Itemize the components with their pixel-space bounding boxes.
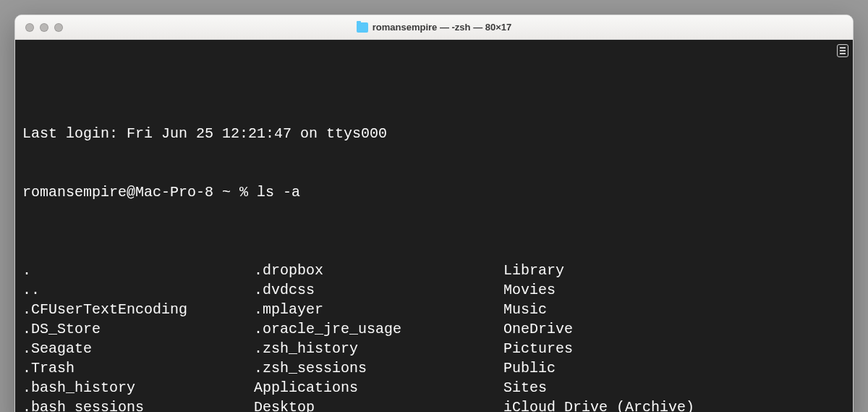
list-item: Sites (503, 378, 846, 398)
scroll-indicator-icon[interactable] (837, 44, 848, 57)
list-item: .CFUserTextEncoding (22, 300, 254, 319)
list-item: .dropbox (254, 261, 503, 280)
title-group: romansempire — -zsh — 80×17 (15, 22, 853, 33)
titlebar[interactable]: romansempire — -zsh — 80×17 (15, 15, 853, 40)
list-item: Applications (254, 378, 503, 398)
list-item: .. (22, 280, 254, 300)
minimize-button[interactable] (40, 23, 48, 32)
list-item: Library (503, 261, 846, 280)
close-button[interactable] (25, 23, 34, 32)
traffic-lights (15, 23, 63, 32)
prompt-text: romansempire@Mac-Pro-8 ~ % (22, 184, 257, 201)
list-item: Pictures (503, 339, 846, 358)
terminal-window: romansempire — -zsh — 80×17 Last login: … (14, 14, 854, 412)
list-item: .zsh_sessions (254, 358, 503, 378)
list-item: Desktop (254, 398, 503, 412)
list-item: Movies (503, 280, 846, 300)
prompt-line-1: romansempire@Mac-Pro-8 ~ % ls -a (22, 182, 846, 202)
list-item: .bash_sessions (22, 398, 254, 412)
list-item: iCloud Drive (Archive) (503, 398, 846, 412)
ls-output: ..dropboxLibrary ...dvdcssMovies .CFUser… (22, 261, 846, 412)
list-item: . (22, 261, 254, 280)
list-item: .zsh_history (254, 339, 503, 358)
command-text: ls -a (257, 184, 300, 201)
list-item: .Seagate (22, 339, 254, 358)
folder-icon (357, 22, 368, 33)
list-item: OneDrive (503, 319, 846, 339)
list-item: Public (503, 358, 846, 378)
list-item: .dvdcss (254, 280, 503, 300)
zoom-button[interactable] (54, 23, 63, 32)
list-item: .Trash (22, 358, 254, 378)
list-item: .mplayer (254, 300, 503, 319)
window-title: romansempire — -zsh — 80×17 (373, 22, 512, 33)
terminal-body[interactable]: Last login: Fri Jun 25 12:21:47 on ttys0… (15, 40, 853, 412)
list-item: .DS_Store (22, 319, 254, 339)
list-item: .oracle_jre_usage (254, 319, 503, 339)
list-item: .bash_history (22, 378, 254, 398)
last-login-line: Last login: Fri Jun 25 12:21:47 on ttys0… (22, 124, 846, 143)
list-item: Music (503, 300, 846, 319)
